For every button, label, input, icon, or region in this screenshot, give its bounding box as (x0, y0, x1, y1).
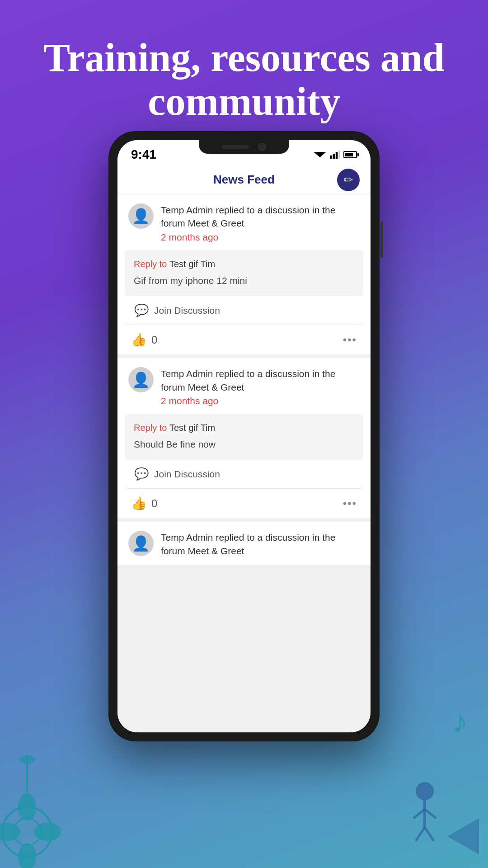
avatar-icon: 👤 (132, 371, 150, 388)
like-icon: 👍 (131, 332, 147, 347)
avatar: 👤 (128, 367, 154, 392)
join-discussion-button[interactable]: 💬 Join Discussion (125, 296, 363, 325)
like-icon: 👍 (131, 496, 147, 511)
svg-point-5 (34, 823, 61, 841)
chat-icon: 💬 (134, 467, 149, 481)
feed-item: 👤 Temp Admin replied to a discussion in … (117, 522, 371, 565)
feed-content[interactable]: 👤 Temp Admin replied to a discussion in … (117, 194, 371, 732)
svg-text:♪: ♪ (452, 704, 468, 739)
feed-item-text: Temp Admin replied to a discussion in th… (161, 531, 360, 557)
reply-card: Reply to Test gif Tim Should Be fine now (125, 414, 363, 460)
feed-item-description: Temp Admin replied to a discussion in th… (161, 203, 360, 230)
join-discussion-label: Join Discussion (154, 305, 220, 316)
feed-item-time: 2 months ago (161, 232, 360, 243)
reply-label: Reply to Test gif Tim (134, 423, 354, 433)
feed-item-header: 👤 Temp Admin replied to a discussion in … (117, 522, 371, 565)
reply-card: Reply to Test gif Tim Gif from my iphone… (125, 250, 363, 296)
svg-rect-18 (336, 152, 338, 159)
like-count: 0 (151, 334, 157, 346)
status-time: 9:41 (131, 147, 156, 162)
feed-item-description: Temp Admin replied to a discussion in th… (161, 367, 360, 394)
wifi-icon (314, 150, 326, 159)
reaction-bar: 👍 0 ••• (117, 325, 371, 354)
reply-name: Test gif Tim (169, 423, 215, 433)
reply-name: Test gif Tim (169, 259, 215, 269)
compose-icon: ✏ (344, 174, 353, 186)
svg-marker-14 (447, 818, 479, 854)
reaction-bar: 👍 0 ••• (117, 489, 371, 518)
feed-item-description: Temp Admin replied to a discussion in th… (161, 531, 360, 557)
status-icons (314, 150, 357, 159)
app-header: News Feed ✏ (117, 165, 371, 194)
svg-point-8 (416, 782, 434, 800)
join-discussion-button[interactable]: 💬 Join Discussion (125, 460, 363, 489)
more-options-icon[interactable]: ••• (343, 497, 357, 510)
reply-card-wrapper: Reply to Test gif Tim Gif from my iphone… (117, 250, 371, 325)
svg-line-10 (413, 809, 425, 818)
reply-card-wrapper: Reply to Test gif Tim Should Be fine now… (117, 414, 371, 489)
deco-left (0, 687, 90, 868)
avatar-icon: 👤 (132, 535, 150, 552)
chat-icon: 💬 (134, 303, 149, 317)
svg-line-13 (425, 827, 434, 841)
avatar: 👤 (128, 531, 154, 556)
phone-side-button (380, 222, 383, 258)
phone-notch (199, 140, 289, 154)
phone-screen: 9:41 News Feed ✏ (117, 140, 371, 732)
like-section[interactable]: 👍 0 (131, 496, 157, 511)
feed-item-header: 👤 Temp Admin replied to a discussion in … (117, 194, 371, 250)
deco-right: ♪ (389, 665, 488, 868)
battery-icon (343, 151, 357, 158)
phone-frame: 9:41 News Feed ✏ (108, 131, 380, 741)
more-options-icon[interactable]: ••• (343, 334, 357, 346)
feed-item-text: Temp Admin replied to a discussion in th… (161, 203, 360, 243)
svg-line-12 (416, 827, 425, 841)
svg-point-4 (18, 843, 36, 868)
like-count: 0 (151, 497, 157, 510)
compose-button[interactable]: ✏ (337, 169, 360, 191)
svg-rect-17 (333, 154, 335, 159)
reply-to-label: Reply to (134, 423, 167, 433)
svg-rect-19 (338, 151, 340, 159)
reply-label: Reply to Test gif Tim (134, 259, 354, 269)
reply-content: Should Be fine now (134, 438, 354, 451)
feed-item-time: 2 months ago (161, 396, 360, 406)
avatar: 👤 (128, 203, 154, 229)
avatar-icon: 👤 (132, 208, 150, 225)
phone-camera (258, 143, 266, 151)
svg-point-3 (0, 823, 20, 841)
hero-title: Training, resources and community (18, 36, 470, 124)
signal-icon (330, 150, 340, 159)
svg-line-11 (425, 809, 436, 818)
svg-marker-15 (314, 152, 326, 157)
feed-item-text: Temp Admin replied to a discussion in th… (161, 367, 360, 406)
like-section[interactable]: 👍 0 (131, 332, 157, 347)
feed-item-header: 👤 Temp Admin replied to a discussion in … (117, 358, 371, 414)
phone-speaker (222, 145, 249, 149)
header-title: News Feed (213, 173, 275, 187)
reply-to-label: Reply to (134, 259, 167, 269)
svg-rect-16 (330, 156, 332, 159)
feed-item: 👤 Temp Admin replied to a discussion in … (117, 358, 371, 518)
svg-point-2 (18, 793, 36, 821)
reply-content: Gif from my iphone 12 mini (134, 274, 354, 287)
hero-section: Training, resources and community (0, 0, 488, 151)
feed-item: 👤 Temp Admin replied to a discussion in … (117, 194, 371, 354)
join-discussion-label: Join Discussion (154, 469, 220, 480)
